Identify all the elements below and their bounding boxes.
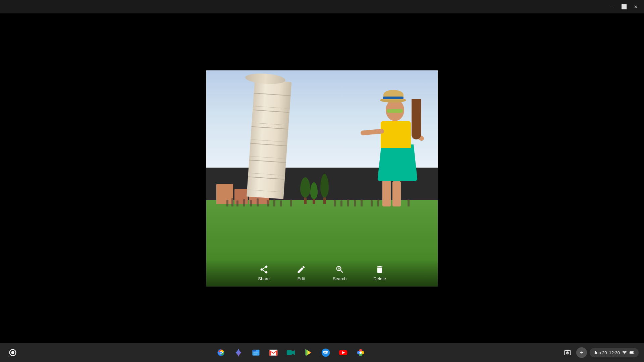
tower-body xyxy=(247,79,291,199)
edit-icon xyxy=(297,265,306,274)
woman-right-leg xyxy=(392,181,401,206)
photo-viewer: Share Edit xyxy=(206,70,438,287)
battery-icon xyxy=(629,350,635,355)
taskbar-app-messages[interactable] xyxy=(318,345,333,360)
svg-rect-14 xyxy=(287,350,292,355)
crowd-person-14 xyxy=(354,200,356,206)
screenshot-button[interactable] xyxy=(561,347,574,359)
taskbar-app-meet[interactable] xyxy=(283,345,298,360)
woman-hat-band xyxy=(383,97,404,99)
photo-toolbar: Share Edit xyxy=(206,260,438,287)
svg-marker-15 xyxy=(306,349,312,356)
taskbar-app-photos[interactable] xyxy=(353,345,368,360)
crowd-person-12 xyxy=(340,200,342,206)
main-area: Share Edit xyxy=(0,13,644,343)
taskbar-apps xyxy=(20,345,561,360)
delete-icon xyxy=(375,265,384,274)
woman-figure xyxy=(364,106,428,206)
crowd-person-5 xyxy=(250,200,252,206)
crowd-person-11 xyxy=(334,200,336,206)
taskbar: + Jun 20 12:30 xyxy=(0,343,644,362)
taskbar-app-play[interactable] xyxy=(301,345,316,360)
svg-point-8 xyxy=(220,352,222,354)
share-icon xyxy=(259,265,269,274)
taskbar-app-gemini[interactable] xyxy=(231,345,246,360)
svg-rect-12 xyxy=(254,354,257,355)
search-icon xyxy=(335,265,344,274)
delete-button[interactable]: Delete xyxy=(373,265,386,281)
svg-rect-11 xyxy=(254,353,258,353)
crowd-person-6 xyxy=(257,198,259,206)
share-label: Share xyxy=(258,276,270,281)
tower-floor-4 xyxy=(250,143,287,159)
woman-sunglasses xyxy=(387,109,403,113)
edit-button[interactable]: Edit xyxy=(297,265,306,281)
wifi-icon xyxy=(622,350,627,355)
svg-point-26 xyxy=(360,352,362,354)
tower-floor-5 xyxy=(248,160,286,176)
search-label: Search xyxy=(333,276,346,281)
search-button[interactable]: Search xyxy=(333,265,346,281)
title-bar: ─ ⬜ ✕ xyxy=(0,0,644,13)
svg-rect-0 xyxy=(338,267,340,269)
leaning-tower xyxy=(243,80,287,208)
crowd-person-9 xyxy=(280,200,282,206)
tree-top-3 xyxy=(320,174,329,197)
status-indicator[interactable] xyxy=(5,345,20,360)
tower-floor-6 xyxy=(247,176,285,192)
taskbar-left xyxy=(5,345,20,360)
svg-point-30 xyxy=(567,352,569,354)
taskbar-app-gmail[interactable] xyxy=(266,345,281,360)
crowd-person-1 xyxy=(226,200,228,206)
crowd-person-15 xyxy=(361,199,363,206)
crowd-person-3 xyxy=(236,200,238,206)
crowd-person-10 xyxy=(290,199,292,206)
share-button[interactable]: Share xyxy=(258,265,270,281)
tower-floor-2 xyxy=(252,109,289,125)
add-button[interactable]: + xyxy=(576,347,587,358)
woman-left-leg xyxy=(382,180,391,206)
woman-hair xyxy=(412,99,421,139)
restore-button[interactable]: ⬜ xyxy=(619,2,629,11)
minimize-button[interactable]: ─ xyxy=(606,2,617,11)
svg-point-18 xyxy=(325,352,326,353)
time-display: 12:30 xyxy=(609,350,620,355)
woman-skirt xyxy=(377,144,418,181)
tower-floor-1 xyxy=(253,93,291,109)
edit-label: Edit xyxy=(298,276,305,281)
photo-background: Share Edit xyxy=(206,70,438,287)
delete-label: Delete xyxy=(373,276,386,281)
date-display: Jun 20 xyxy=(594,350,607,355)
crowd-person-7 xyxy=(267,200,269,206)
svg-rect-33 xyxy=(630,352,633,353)
window-controls: ─ ⬜ ✕ xyxy=(606,2,641,11)
crowd-person-13 xyxy=(347,199,349,206)
svg-rect-32 xyxy=(634,352,634,353)
taskbar-app-youtube[interactable] xyxy=(336,345,351,360)
crowd-person-4 xyxy=(243,199,245,206)
taskbar-app-chrome[interactable] xyxy=(214,345,228,360)
taskbar-right: + Jun 20 12:30 xyxy=(561,347,639,359)
taskbar-app-files[interactable] xyxy=(249,345,263,360)
add-icon: + xyxy=(580,349,584,356)
system-tray[interactable]: Jun 20 12:30 xyxy=(590,348,639,357)
crowd-person-8 xyxy=(273,199,275,206)
svg-point-19 xyxy=(327,352,328,353)
svg-rect-10 xyxy=(253,350,256,351)
tower-floor-3 xyxy=(251,126,288,142)
svg-rect-29 xyxy=(567,350,569,351)
crowd-person-2 xyxy=(231,198,233,206)
svg-point-17 xyxy=(324,352,325,353)
close-button[interactable]: ✕ xyxy=(631,2,641,11)
woman-shirt xyxy=(381,121,411,148)
svg-point-2 xyxy=(11,351,14,354)
